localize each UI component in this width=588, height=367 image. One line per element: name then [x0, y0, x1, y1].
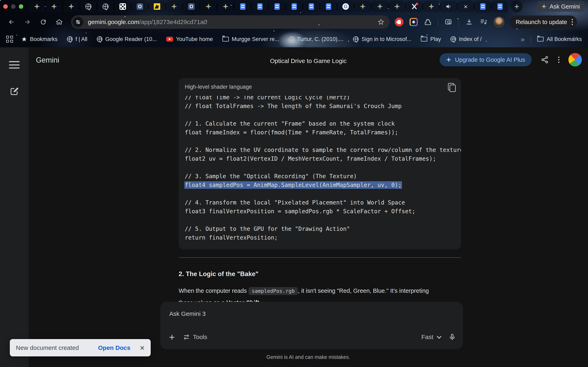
- code-scroll-area[interactable]: // float Time -> The current Logic Cycle…: [179, 96, 461, 249]
- bookmark-item[interactable]: f | All: [67, 36, 87, 42]
- forward-icon[interactable]: [23, 17, 32, 26]
- bookmark-item[interactable]: Murgge Server re...: [222, 36, 279, 42]
- tab-gemini-sparkle[interactable]: [372, 1, 388, 12]
- tab-separator: [131, 3, 132, 10]
- open-docs-link[interactable]: Open Docs: [98, 344, 130, 351]
- tab-separator: [182, 3, 183, 10]
- tab-speaker[interactable]: [441, 1, 457, 12]
- url-text[interactable]: gemini.google.com/app/18273e4d29cd71a0: [88, 18, 377, 25]
- prompt-placeholder[interactable]: Ask Gemini 3: [169, 310, 206, 317]
- bookmarks-overflow-icon[interactable]: »: [521, 35, 525, 43]
- toast-message: New document created: [16, 344, 79, 351]
- bookmark-item[interactable]: Google Reader (10...: [97, 36, 157, 42]
- tab-docs[interactable]: [269, 1, 285, 12]
- tab-docs[interactable]: [320, 1, 337, 12]
- tab-gemini-sparkle[interactable]: [63, 1, 79, 12]
- new-tab-button[interactable]: +: [511, 1, 523, 12]
- bookmark-item[interactable]: Turtur, C. (2010)....: [289, 36, 344, 42]
- all-bookmarks-label: All Bookmarks: [546, 36, 582, 42]
- tab-onshape[interactable]: O: [183, 1, 199, 12]
- all-bookmarks-button[interactable]: All Bookmarks: [537, 36, 582, 42]
- globe-icon: [103, 3, 109, 9]
- code-line: // 3. Sample the "Optical Recording" (Th…: [185, 172, 461, 181]
- tab-docs[interactable]: [303, 1, 319, 12]
- toast-close-icon[interactable]: ×: [140, 344, 145, 352]
- code-line: float2 uv = float2(VertexID / MeshVertex…: [185, 154, 461, 163]
- main-area: Gemini Optical Drive to Game Logic Upgra…: [29, 47, 588, 367]
- bookmark-item[interactable]: ★Bookmarks: [21, 35, 58, 43]
- tab-globe[interactable]: [80, 1, 96, 12]
- new-chat-icon[interactable]: [9, 86, 19, 96]
- tab-gemini-sparkle[interactable]: [29, 1, 45, 12]
- browser-menu-kebab-icon[interactable]: [572, 19, 573, 25]
- bookmark-item[interactable]: YouTube home: [166, 36, 213, 42]
- tab-gemini-sparkle[interactable]: [200, 1, 216, 12]
- downloads-icon[interactable]: [465, 18, 473, 26]
- tab-onshape[interactable]: O: [132, 1, 148, 12]
- upgrade-label: Upgrade to Google AI Plus: [455, 57, 525, 63]
- tab-gemini-sparkle[interactable]: [389, 1, 405, 12]
- home-icon[interactable]: [55, 17, 64, 26]
- address-bar[interactable]: gemini.google.com/app/18273e4d29cd71a0: [71, 15, 389, 29]
- bookmark-item[interactable]: Index of /: [450, 36, 482, 42]
- browser-toolbar: gemini.google.com/app/18273e4d29cd71a0 R…: [0, 13, 588, 31]
- attach-plus-icon[interactable]: +: [166, 331, 178, 343]
- copy-code-icon[interactable]: [448, 83, 455, 91]
- tab-docs[interactable]: [475, 1, 491, 12]
- account-avatar[interactable]: [568, 53, 582, 67]
- bookmark-star-icon[interactable]: [377, 18, 385, 26]
- reload-icon[interactable]: [39, 17, 48, 26]
- tab-gemini-sparkle[interactable]: [424, 1, 439, 12]
- adblock-extension-icon[interactable]: [395, 18, 403, 26]
- menu-hamburger-icon[interactable]: [9, 61, 20, 68]
- window-controls[interactable]: [3, 4, 23, 9]
- bookmark-item[interactable]: Sign in to Microsof...: [353, 36, 412, 42]
- tab-list: OOG×: [29, 0, 508, 13]
- tab-gemini-sparkle[interactable]: [355, 1, 371, 12]
- google-docs-icon: [257, 3, 263, 10]
- site-settings-icon[interactable]: [73, 17, 83, 27]
- back-icon[interactable]: [7, 17, 16, 26]
- close-window-button[interactable]: [3, 4, 8, 9]
- tab-docs[interactable]: [235, 1, 251, 12]
- tab-x-social[interactable]: [406, 1, 422, 12]
- bookmark-label: Play: [430, 36, 441, 42]
- tab-g-circle[interactable]: G: [338, 1, 354, 12]
- tab-docs[interactable]: [492, 1, 508, 12]
- onshape-icon: O: [188, 3, 195, 10]
- browser-chrome: OOG× + Ask Gemini gemini.google.com/app/…: [0, 0, 588, 47]
- bookmark-label: Sign in to Microsof...: [362, 36, 412, 42]
- share-icon[interactable]: [541, 55, 549, 64]
- bookmark-item[interactable]: Play: [421, 36, 441, 42]
- conversation-menu-kebab-icon[interactable]: [558, 57, 559, 63]
- tab-close-x[interactable]: ×: [458, 1, 474, 12]
- model-selector[interactable]: Fast: [421, 334, 440, 341]
- tab-separator: [457, 3, 458, 10]
- minimize-window-button[interactable]: [11, 4, 16, 9]
- ask-gemini-chip[interactable]: Ask Gemini: [537, 1, 584, 12]
- upgrade-button[interactable]: Upgrade to Google AI Plus: [440, 53, 532, 66]
- reading-mode-icon[interactable]: [444, 18, 452, 26]
- tab-yellow-app[interactable]: [149, 1, 165, 12]
- lens-extension-icon[interactable]: [410, 18, 418, 26]
- tab-dice[interactable]: [115, 1, 131, 12]
- tab-gemini-sparkle[interactable]: [166, 1, 182, 12]
- google-docs-icon: [497, 3, 503, 10]
- tab-globe[interactable]: [98, 1, 113, 12]
- tab-docs[interactable]: [252, 1, 268, 12]
- zoom-window-button[interactable]: [19, 4, 23, 9]
- tab-gemini-sparkle[interactable]: [218, 1, 233, 12]
- tab-docs[interactable]: [286, 1, 302, 12]
- tab-separator: [388, 3, 389, 10]
- prompt-composer[interactable]: Ask Gemini 3 + Tools Fast: [160, 302, 463, 349]
- browser-profile-avatar[interactable]: [494, 17, 504, 27]
- bookmark-label: Bookmarks: [30, 36, 58, 42]
- relaunch-to-update-button[interactable]: Relaunch to update: [510, 16, 577, 29]
- extensions-puzzle-icon[interactable]: [424, 18, 432, 26]
- tab-gemini-sparkle[interactable]: [46, 1, 62, 12]
- tab-separator: [217, 3, 217, 10]
- playlist-icon[interactable]: [479, 18, 488, 26]
- tools-button[interactable]: Tools: [183, 334, 207, 341]
- apps-grid-icon[interactable]: [6, 36, 13, 43]
- mic-icon[interactable]: [448, 333, 456, 341]
